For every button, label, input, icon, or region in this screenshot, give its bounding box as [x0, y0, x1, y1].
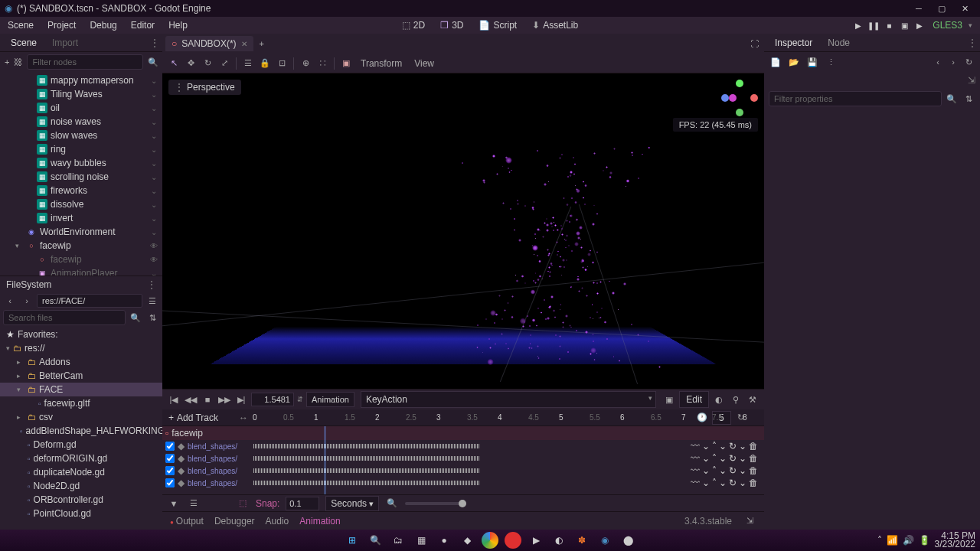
link-node-icon[interactable]: ⛓ — [14, 55, 22, 69]
minimize-button[interactable]: ─ — [908, 2, 929, 15]
tab-import[interactable]: Import — [44, 35, 86, 51]
renderer-badge[interactable]: GLES3 — [933, 20, 962, 31]
rotate-tool-icon[interactable]: ↻ — [201, 57, 214, 70]
insp-history-icon[interactable]: ⋮ — [824, 55, 838, 69]
taskbar[interactable]: ⊞ 🔍 🗂 ▦ ● ◆ ▶ ◐ ✽ ◉ ⬤ ˄ 📶 🔊 🔋 4:15 PM 3/… — [0, 530, 980, 551]
anim-tools-icon[interactable]: ⚒ — [746, 393, 760, 406]
insp-new-icon[interactable]: 📄 — [769, 55, 782, 69]
anim-back-icon[interactable]: ◀◀ — [184, 393, 198, 406]
filter-properties-input[interactable] — [769, 91, 942, 106]
scene-node[interactable]: ▦mappy mcmaperson⌄ — [0, 73, 162, 87]
snap-value-input[interactable] — [286, 497, 319, 510]
fs-item[interactable]: ▸🗀 csv — [0, 410, 162, 424]
filter-tracks-icon[interactable]: ▼ — [167, 497, 181, 510]
chrome-icon[interactable] — [482, 532, 498, 549]
play-custom-button[interactable]: ▶ — [913, 18, 926, 32]
maximize-button[interactable]: ▢ — [931, 2, 952, 15]
add-track-button[interactable]: +Add Track — [162, 412, 239, 423]
scene-node[interactable]: ▦noise waves⌄ — [0, 115, 162, 129]
anim-first-icon[interactable]: |◀ — [167, 393, 181, 406]
tray-wifi-icon[interactable]: 📶 — [887, 535, 898, 546]
fs-item[interactable]: ▾🗀 FACE — [0, 383, 162, 396]
group-icon[interactable]: ⊡ — [275, 57, 289, 70]
start-button[interactable]: ⊞ — [344, 532, 361, 549]
fs-item[interactable]: ▫ Deform.gd — [0, 438, 162, 452]
tray-battery-icon[interactable]: 🔋 — [919, 535, 930, 546]
zoom-slider[interactable] — [405, 502, 466, 505]
anim-edit-button[interactable]: Edit — [679, 391, 709, 408]
camera-icon[interactable]: ▣ — [339, 57, 353, 70]
snap-toggle-icon[interactable]: ⬚ — [236, 497, 250, 510]
mode-2d[interactable]: ⬚ 2D — [396, 18, 431, 32]
scene-tree[interactable]: ▦mappy mcmaperson⌄▦Tiling Waves⌄▦oil⌄▦no… — [0, 72, 162, 276]
animation-clip-dropdown[interactable]: KeyAction — [361, 391, 656, 408]
close-button[interactable]: ✕ — [954, 2, 975, 15]
path-back-icon[interactable]: ‹ — [3, 294, 17, 308]
mode-script[interactable]: 📄 Script — [472, 18, 523, 32]
filesystem-path[interactable]: res://FACE/ — [37, 294, 142, 308]
filesystem-search-input[interactable] — [3, 310, 126, 325]
menu-project[interactable]: Project — [47, 20, 76, 31]
fs-item[interactable]: ▫ duplicateNode.gd — [0, 465, 162, 479]
scene-node[interactable]: ▦ring⌄ — [0, 142, 162, 156]
search-taskbar-icon[interactable]: 🔍 — [367, 532, 384, 549]
list-select-icon[interactable]: ☰ — [241, 57, 255, 70]
track-root[interactable]: ▫facewip — [162, 426, 764, 440]
inspector-options-icon[interactable]: ⋮ — [968, 37, 977, 48]
fs-sort-icon[interactable]: ⇅ — [145, 311, 159, 324]
dock-options-icon[interactable]: ⋮ — [150, 37, 159, 48]
system-tray[interactable]: ˄ 📶 🔊 🔋 4:15 PM 3/23/2022 — [877, 532, 975, 549]
animation-track[interactable]: ◆blend_shapes/〰⌄˄⌄↻⌄🗑 — [162, 477, 764, 489]
viewport-perspective-label[interactable]: ⋮Perspective — [168, 80, 241, 95]
timeline-ruler[interactable]: 00.511.522.533.544.555.566.577.58 — [253, 409, 695, 426]
insp-fwd-icon[interactable]: › — [946, 55, 960, 69]
insp-expand-icon[interactable]: ⇲ — [968, 75, 975, 86]
filesystem-tree[interactable]: ★ Favorites: ▾🗀 res:// ▸🗀 Addons▸🗀 Bette… — [0, 326, 162, 530]
zoom-out-icon[interactable]: 🔍 — [385, 497, 399, 510]
fs-item[interactable]: ▫ addBlendShape_HALFWORKING.g — [0, 424, 162, 438]
insp-save-icon[interactable]: 💾 — [805, 55, 819, 69]
play-scene-button[interactable]: ▣ — [897, 18, 911, 32]
scene-node[interactable]: ▦scrolling noise⌄ — [0, 170, 162, 184]
select-tool-icon[interactable]: ↖ — [167, 57, 181, 70]
fs-item[interactable]: ▫ deformORIGIN.gd — [0, 452, 162, 465]
view-gizmo[interactable] — [721, 80, 758, 116]
menu-scene[interactable]: Scene — [8, 20, 34, 31]
transform-menu[interactable]: Transform — [356, 58, 407, 69]
taskbar-app-4[interactable] — [505, 532, 521, 549]
animation-track[interactable]: ◆blend_shapes/〰⌄˄⌄↻⌄🗑 — [162, 465, 764, 477]
stop-button[interactable]: ■ — [882, 18, 896, 32]
tab-node[interactable]: Node — [820, 35, 858, 51]
anim-time-input[interactable] — [251, 393, 294, 406]
tab-scene[interactable]: Scene — [3, 35, 44, 51]
taskbar-app-8[interactable]: ⬤ — [619, 532, 636, 549]
insp-search-icon[interactable]: 🔍 — [945, 92, 959, 106]
taskbar-app-6[interactable]: ◐ — [550, 532, 567, 549]
anim-play-icon[interactable]: ▶▶ — [217, 393, 231, 406]
scene-node[interactable]: ▦wavy bubbles⌄ — [0, 156, 162, 170]
scene-node[interactable]: ▦dissolve⌄ — [0, 197, 162, 211]
autoplay-icon[interactable]: ▣ — [662, 393, 676, 406]
scale-tool-icon[interactable]: ⤢ — [217, 57, 231, 70]
animation-menu[interactable]: Animation — [306, 392, 354, 407]
move-tool-icon[interactable]: ✥ — [184, 57, 198, 70]
play-button[interactable]: ▶ — [851, 18, 865, 32]
playhead[interactable] — [325, 426, 325, 494]
taskbar-app-1[interactable]: ▦ — [413, 532, 430, 549]
fs-search-icon[interactable]: 🔍 — [129, 311, 142, 324]
time-icon[interactable]: 🕐 — [695, 411, 709, 425]
bottom-expand-icon[interactable]: ⇲ — [743, 514, 756, 528]
explorer-icon[interactable]: 🗂 — [390, 532, 407, 549]
fs-item[interactable]: ▸🗀 Addons — [0, 355, 162, 369]
mode-3d[interactable]: ❒ 3D — [434, 18, 469, 32]
filter-nodes-input[interactable] — [27, 54, 143, 70]
view-menu[interactable]: View — [410, 58, 439, 69]
audio-tab[interactable]: Audio — [266, 516, 289, 527]
insp-tools-icon[interactable]: ⇅ — [962, 92, 975, 106]
onion-icon[interactable]: ◐ — [712, 393, 726, 406]
path-fwd-icon[interactable]: › — [20, 294, 34, 308]
taskbar-app-7[interactable]: ✽ — [573, 532, 590, 549]
tray-chevron-icon[interactable]: ˄ — [877, 535, 882, 546]
animation-tab[interactable]: Animation — [299, 516, 340, 527]
res-root[interactable]: ▾🗀 res:// — [0, 341, 162, 355]
